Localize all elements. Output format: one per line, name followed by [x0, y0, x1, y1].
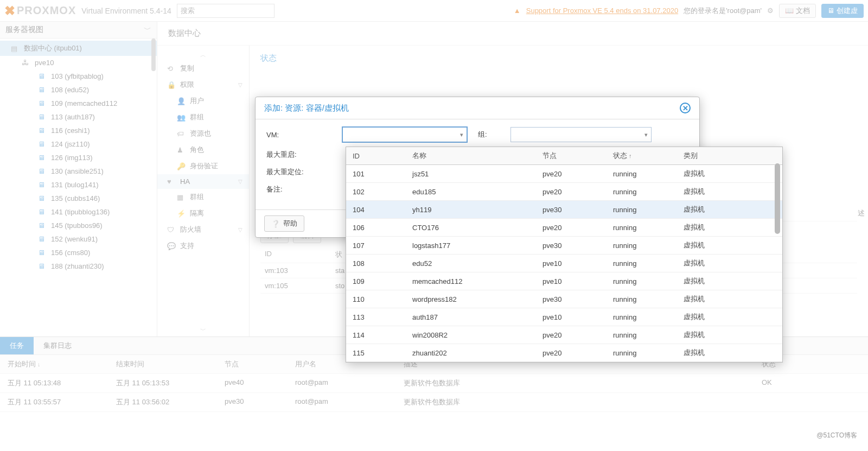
- tree-item[interactable]: 🖥188 (zhuanti230): [0, 259, 157, 273]
- scrollbar-thumb[interactable]: [151, 39, 156, 71]
- dropdown-header: ID 名称 节点 状态 类别: [346, 147, 782, 165]
- menu-item-label: 隔离: [190, 208, 204, 218]
- vm-option-row[interactable]: 102edu185pve20running虚拟机: [346, 183, 782, 201]
- chevron-icon: ▽: [238, 82, 242, 88]
- tree-item-label: 135 (cubbs146): [51, 194, 100, 202]
- create-vm-button[interactable]: 🖥创建虚: [821, 4, 864, 18]
- tree-item[interactable]: 🖥156 (cms80): [0, 246, 157, 259]
- tree-item[interactable]: 🖥108 (edu52): [0, 83, 157, 97]
- dropdown-scrollbar[interactable]: [775, 163, 780, 234]
- menu-scroll-up[interactable]: ︿: [157, 50, 249, 60]
- vm-icon: 🖥: [38, 181, 48, 189]
- tree-item[interactable]: 🖧pve10: [0, 56, 157, 69]
- tab-tasks[interactable]: 任务: [0, 337, 34, 354]
- menu-item[interactable]: 🏷资源也: [157, 125, 249, 142]
- group-combobox[interactable]: ▾: [510, 127, 652, 142]
- monitor-icon: 🖥: [827, 7, 834, 15]
- menu-scroll-down[interactable]: ﹀: [157, 325, 249, 335]
- vm-option-row[interactable]: 110wordpress182pve30running虚拟机: [346, 290, 782, 308]
- menu-item[interactable]: ⚡隔离: [157, 205, 249, 221]
- menu-item[interactable]: 💬支持: [157, 238, 249, 254]
- vm-option-row[interactable]: 114win2008R2pve20running虚拟机: [346, 326, 782, 344]
- warning-icon: ▲: [514, 7, 521, 15]
- vm-combobox[interactable]: ▾: [342, 127, 467, 142]
- tree-item-label: 113 (auth187): [51, 113, 95, 121]
- col-start-time[interactable]: 开始时间: [8, 359, 116, 369]
- tree-item[interactable]: 🖥130 (ansible251): [0, 164, 157, 178]
- menu-item[interactable]: 👥群组: [157, 109, 249, 125]
- tree-item[interactable]: 🖥126 (img113): [0, 151, 157, 164]
- vm-icon: 🖥: [38, 249, 48, 257]
- vm-option-row[interactable]: 115zhuanti202pve20running虚拟机: [346, 344, 782, 362]
- task-row[interactable]: 五月 11 05:13:48五月 11 05:13:53pve40root@pa…: [0, 374, 868, 393]
- menu-item[interactable]: ▦群组: [157, 189, 249, 205]
- book-icon: 📖: [785, 7, 794, 15]
- sidebar: 服务器视图 ﹀ ▤数据中心 (itpub01)🖧pve10🖥103 (yfbit…: [0, 22, 157, 336]
- vm-option-row[interactable]: 104yh119pve30running虚拟机: [346, 201, 782, 219]
- docs-button[interactable]: 📖文档: [779, 4, 816, 18]
- vm-option-row[interactable]: 113auth187pve10running虚拟机: [346, 308, 782, 326]
- eol-warning-link[interactable]: Support for Proxmox VE 5.4 ends on 31.07…: [526, 7, 678, 15]
- tree-item[interactable]: 🖥141 (tipubblog136): [0, 205, 157, 219]
- menu-icon: ⟲: [167, 65, 176, 73]
- tree-item[interactable]: 🖥103 (yfbitpablog): [0, 69, 157, 83]
- tree-item[interactable]: 🖥113 (auth187): [0, 110, 157, 124]
- tree-item[interactable]: 🖥131 (bulog141): [0, 178, 157, 192]
- tree-item-label: 152 (wenku91): [51, 235, 98, 243]
- tree-item[interactable]: 🖥124 (jsz110): [0, 137, 157, 151]
- tree-item-label: 130 (ansible251): [51, 167, 104, 175]
- vm-option-row[interactable]: 107logstash177pve30running虚拟机: [346, 237, 782, 255]
- close-icon[interactable]: ✕: [680, 103, 691, 113]
- tree-item[interactable]: 🖥116 (ceshi1): [0, 124, 157, 137]
- menu-item[interactable]: ♟角色: [157, 142, 249, 158]
- menu-item[interactable]: 🔒权限▽: [157, 77, 249, 93]
- menu-item-label: 防火墙: [180, 225, 201, 234]
- tree-item-label: 141 (tipubblog136): [51, 208, 110, 216]
- top-header: ✖ PROXMOX Virtual Environment 5.4-14 ▲ S…: [0, 0, 868, 22]
- logo-x-icon: ✖: [4, 3, 16, 18]
- dd-col-id[interactable]: ID: [353, 152, 412, 160]
- resource-tree[interactable]: ▤数据中心 (itpub01)🖧pve10🖥103 (yfbitpablog)🖥…: [0, 39, 157, 336]
- sidebar-view-selector[interactable]: 服务器视图 ﹀: [0, 22, 157, 39]
- dd-col-node[interactable]: 节点: [542, 151, 613, 161]
- menu-item[interactable]: ⟲复制: [157, 60, 249, 77]
- header-right: ▲ Support for Proxmox VE 5.4 ends on 31.…: [514, 4, 864, 18]
- tree-item-label: 188 (zhuanti230): [51, 262, 104, 270]
- vm-icon: 🖥: [38, 167, 48, 175]
- dd-col-type[interactable]: 类别: [684, 151, 770, 161]
- help-button[interactable]: ❔帮助: [264, 215, 304, 232]
- col-end-time[interactable]: 结束时间: [116, 359, 225, 369]
- tree-item[interactable]: ▤数据中心 (itpub01): [0, 41, 157, 56]
- vm-option-row[interactable]: 109memcached112pve10running虚拟机: [346, 272, 782, 290]
- search-input[interactable]: [177, 4, 275, 18]
- vm-icon: 🖥: [38, 99, 48, 107]
- tree-item-label: 126 (img113): [51, 154, 93, 162]
- dd-col-name[interactable]: 名称: [412, 151, 542, 161]
- col-node[interactable]: 节点: [225, 359, 295, 369]
- chevron-down-icon[interactable]: ▾: [644, 131, 648, 138]
- vm-option-row[interactable]: 106CTO176pve20running虚拟机: [346, 219, 782, 237]
- menu-item[interactable]: ♥HA▽: [157, 174, 249, 189]
- vm-icon: 🖥: [38, 262, 48, 270]
- tab-cluster-log[interactable]: 集群日志: [34, 337, 81, 354]
- dd-col-status[interactable]: 状态: [613, 151, 684, 161]
- tree-item[interactable]: 🖥145 (tpubbos96): [0, 219, 157, 232]
- menu-icon: 👤: [177, 97, 186, 105]
- menu-item[interactable]: 🛡防火墙▽: [157, 221, 249, 238]
- tree-item-label: 145 (tpubbos96): [51, 221, 103, 230]
- menu-item[interactable]: 👤用户: [157, 93, 249, 109]
- vm-combo-input[interactable]: [346, 131, 460, 139]
- menu-icon: 🛡: [167, 226, 176, 234]
- gear-icon[interactable]: ⚙: [767, 7, 774, 15]
- task-row[interactable]: 五月 11 03:55:57五月 11 03:56:02pve30root@pa…: [0, 393, 868, 412]
- vm-option-row[interactable]: 101jsz51pve20running虚拟机: [346, 165, 782, 183]
- tree-item[interactable]: 🖥152 (wenku91): [0, 232, 157, 246]
- menu-icon: ♥: [167, 177, 176, 186]
- menu-item[interactable]: 🔑身份验证: [157, 158, 249, 174]
- tree-item[interactable]: 🖥109 (memcached112: [0, 97, 157, 110]
- tree-item[interactable]: 🖥135 (cubbs146): [0, 192, 157, 205]
- vm-option-row[interactable]: 108edu52pve10running虚拟机: [346, 255, 782, 272]
- chevron-down-icon[interactable]: ▾: [460, 131, 463, 138]
- tree-item-label: pve10: [35, 59, 54, 67]
- menu-icon: ♟: [177, 146, 186, 154]
